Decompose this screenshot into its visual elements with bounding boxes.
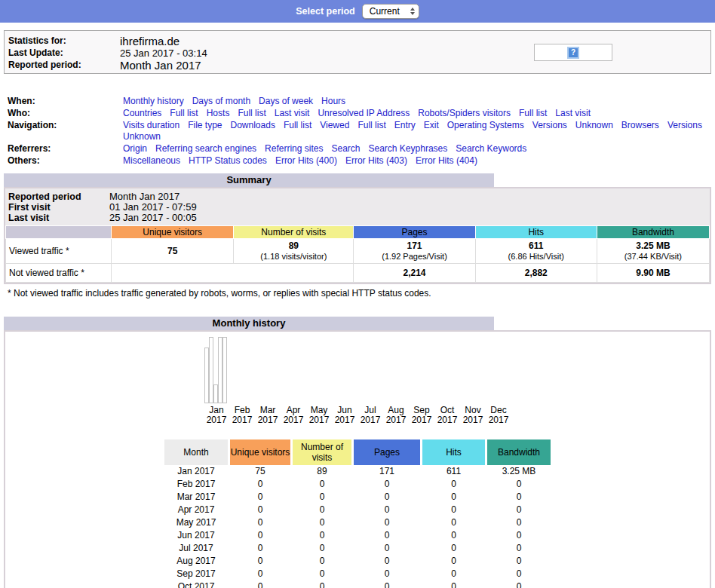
- topbar: Select period Current: [0, 0, 715, 23]
- nav-link-origin[interactable]: Origin: [123, 143, 147, 155]
- nav-link-browsers[interactable]: Browsers: [621, 120, 659, 131]
- not-viewed-traffic-label: Not viewed traffic *: [6, 264, 112, 283]
- viewed-traffic-value: 75: [112, 239, 234, 264]
- select-period-label: Select period: [296, 6, 355, 17]
- nav-link-days-of-month[interactable]: Days of month: [192, 96, 250, 107]
- bar-bandwidth-mb: [222, 337, 227, 403]
- monthly-row-value: 0: [293, 542, 351, 555]
- nav-link-days-of-week[interactable]: Days of week: [259, 96, 313, 107]
- metric-value: 2,882: [525, 268, 548, 278]
- nav-link-visits-duration[interactable]: Visits duration: [123, 120, 180, 131]
- nav-link-file-type[interactable]: File type: [188, 120, 222, 131]
- nav-link-hosts[interactable]: Hosts: [207, 108, 230, 119]
- nav-link-unknown[interactable]: Unknown: [123, 131, 161, 142]
- nav-link-error-hits-400[interactable]: Error Hits (400): [275, 155, 337, 167]
- period-select[interactable]: Current: [362, 4, 419, 19]
- nav-link-error-hits-403[interactable]: Error Hits (403): [345, 155, 407, 167]
- month-year: 2017: [383, 415, 409, 425]
- metric-subvalue: (1.92 Pages/Visit): [382, 252, 447, 261]
- monthly-row-value: 0: [230, 516, 290, 529]
- monthly-row-value: 0: [422, 555, 485, 568]
- nav-link-full-list[interactable]: Full list: [284, 120, 311, 131]
- nav-row: When:Monthly historyDays of monthDays of…: [8, 96, 715, 107]
- period-select-value: Current: [370, 6, 400, 17]
- not-viewed-blank-cell: [112, 264, 354, 283]
- monthly-row-value: 0: [230, 555, 290, 568]
- monthly-row-month: Jun 2017: [164, 529, 228, 542]
- nav-link-last-visit[interactable]: Last visit: [275, 108, 310, 119]
- x-axis-label-sep-2017: Sep2017: [409, 406, 434, 425]
- monthly-row-value: 171: [354, 465, 420, 478]
- nav-link-full-list[interactable]: Full list: [170, 108, 198, 119]
- nav-row: Referrers:OriginReferring search engines…: [8, 143, 715, 155]
- nav-link-search-keywords[interactable]: Search Keywords: [456, 143, 526, 155]
- nav-link-full-list[interactable]: Full list: [358, 120, 385, 131]
- help-icon[interactable]: ?: [567, 47, 579, 59]
- metric-value: 3.25 MB: [636, 240, 670, 251]
- summary-table: Unique visitorsNumber of visitsPagesHits…: [5, 225, 710, 283]
- monthly-row-value: 0: [293, 504, 351, 516]
- nav-link-http-status-codes[interactable]: HTTP Status codes: [189, 155, 267, 167]
- nav-link-full-list[interactable]: Full list: [238, 108, 265, 119]
- nav-category-label: When:: [8, 96, 123, 107]
- select-stepper-icon: [410, 8, 415, 15]
- nav-link-countries[interactable]: Countries: [123, 108, 161, 119]
- monthly-row-value: 0: [422, 529, 485, 542]
- x-axis-label-apr-2017: Apr2017: [281, 406, 306, 425]
- column-header-unique-visitors: Unique visitors: [112, 226, 234, 239]
- monthly-row-value: 0: [354, 580, 420, 588]
- not-viewed-traffic-value: 2,882: [475, 264, 597, 283]
- stat-value: 25 Jan 2017 - 03:14: [120, 47, 207, 59]
- not-viewed-traffic-value: 9.90 MB: [597, 264, 709, 283]
- nav-link-unknown[interactable]: Unknown: [575, 120, 613, 131]
- monthly-history-title: Monthly history: [4, 317, 494, 330]
- metric-value: 9.90 MB: [636, 268, 670, 278]
- monthly-row-value: 0: [487, 555, 551, 568]
- chart-bars: [204, 337, 227, 403]
- monthly-row-value: 0: [293, 568, 351, 580]
- nav-link-unresolved-ip-address[interactable]: Unresolved IP Address: [318, 108, 410, 119]
- nav-link-entry[interactable]: Entry: [394, 120, 416, 131]
- metric-value: 89: [289, 240, 299, 251]
- monthly-row-value: 0: [293, 491, 351, 504]
- help-box[interactable]: ?: [534, 44, 612, 61]
- monthly-row-value: 0: [487, 491, 551, 504]
- nav-link-referring-search-engines[interactable]: Referring search engines: [155, 143, 256, 155]
- nav-links: Monthly historyDays of monthDays of week…: [123, 96, 705, 107]
- monthly-history-chart: Jan2017Feb2017Mar2017Apr2017May2017Jun20…: [204, 337, 511, 425]
- x-axis-label-oct-2017: Oct2017: [434, 406, 460, 425]
- summary-period-info: Reported periodMonth Jan 2017First visit…: [5, 188, 710, 225]
- monthly-row-value: 0: [230, 491, 290, 504]
- x-axis-label-jul-2017: Jul2017: [358, 406, 383, 425]
- nav-link-viewed[interactable]: Viewed: [320, 120, 349, 131]
- monthly-column-header-pages: Pages: [354, 439, 420, 465]
- monthly-row-value: 0: [230, 542, 290, 555]
- nav-link-operating-systems[interactable]: Operating Systems: [447, 120, 524, 131]
- x-axis-label-mar-2017: Mar2017: [255, 406, 281, 425]
- monthly-row-month: Feb 2017: [164, 478, 228, 491]
- nav-link-robots-spiders-visitors[interactable]: Robots/Spiders visitors: [418, 108, 511, 119]
- nav-link-search[interactable]: Search: [331, 143, 360, 155]
- nav-link-versions[interactable]: Versions: [532, 120, 567, 131]
- nav-link-versions[interactable]: Versions: [667, 120, 702, 131]
- month-year: 2017: [229, 415, 255, 425]
- nav-link-miscellaneous[interactable]: Miscellaneous: [123, 155, 180, 167]
- nav-link-last-visit[interactable]: Last visit: [555, 108, 591, 119]
- column-header-hits: Hits: [475, 226, 597, 239]
- nav-link-error-hits-404[interactable]: Error Hits (404): [416, 155, 477, 167]
- monthly-column-header-bandwidth: Bandwidth: [487, 439, 551, 465]
- monthly-row-value: 0: [422, 516, 485, 529]
- nav-link-hours[interactable]: Hours: [321, 96, 345, 107]
- nav-link-full-list[interactable]: Full list: [519, 108, 547, 119]
- monthly-row-value: 0: [230, 529, 290, 542]
- viewed-traffic-row: Viewed traffic *7589(1.18 visits/visitor…: [6, 239, 710, 264]
- viewed-traffic-value: 3.25 MB(37.44 KB/Visit): [597, 239, 709, 264]
- nav-link-monthly-history[interactable]: Monthly history: [123, 96, 184, 107]
- nav-link-search-keyphrases[interactable]: Search Keyphrases: [369, 143, 448, 155]
- metric-subvalue: (6.86 Hits/Visit): [508, 252, 564, 261]
- nav-link-downloads[interactable]: Downloads: [231, 120, 275, 131]
- nav-link-exit[interactable]: Exit: [424, 120, 439, 131]
- summary-info-row: First visit01 Jan 2017 - 07:59: [8, 202, 710, 213]
- month-year: 2017: [255, 415, 281, 425]
- nav-link-referring-sites[interactable]: Referring sites: [265, 143, 323, 155]
